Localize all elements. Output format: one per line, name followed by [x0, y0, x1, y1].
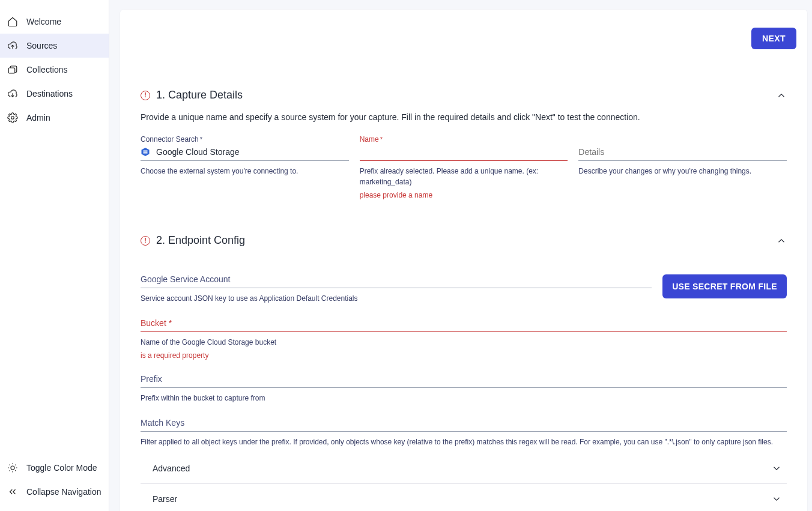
- prefix-help: Prefix within the bucket to capture from: [141, 393, 787, 404]
- advanced-accordion[interactable]: Advanced: [141, 453, 787, 484]
- sidebar-item-sources[interactable]: Sources: [0, 34, 109, 58]
- name-help: Prefix already selected. Please add a un…: [360, 166, 568, 187]
- section-title: 1. Capture Details: [156, 89, 243, 101]
- parser-label: Parser: [153, 494, 177, 504]
- next-button[interactable]: NEXT: [751, 28, 796, 49]
- sun-icon: [7, 462, 18, 473]
- parser-accordion[interactable]: Parser: [141, 484, 787, 511]
- home-icon: [7, 16, 18, 27]
- sidebar-item-label: Welcome: [26, 17, 61, 26]
- collapse-navigation[interactable]: Collapse Navigation: [0, 480, 109, 504]
- sidebar-item-label: Collections: [26, 65, 67, 74]
- connector-search-input[interactable]: Google Cloud Storage: [141, 145, 349, 161]
- warning-icon: !: [141, 236, 150, 246]
- sidebar-bottom: Toggle Color Mode Collapse Navigation: [0, 456, 109, 511]
- bucket-error: is a required property: [141, 351, 787, 360]
- section-description: Provide a unique name and specify a sour…: [141, 112, 787, 122]
- sidebar-item-label: Destinations: [26, 89, 73, 98]
- service-account-label: Google Service Account: [141, 274, 652, 284]
- sidebar-item-destinations[interactable]: Destinations: [0, 82, 109, 106]
- cloud-up-icon: [7, 40, 18, 51]
- toggle-color-mode[interactable]: Toggle Color Mode: [0, 456, 109, 480]
- top-bar: NEXT: [120, 10, 807, 54]
- service-account-field: Google Service Account Service account J…: [141, 274, 787, 304]
- prefix-field: Prefix Prefix within the bucket to captu…: [141, 374, 787, 404]
- gear-icon: [7, 112, 18, 123]
- sidebar-item-welcome[interactable]: Welcome: [0, 10, 109, 34]
- connector-search-field: Connector Search* Google Cloud Storage C…: [141, 135, 349, 199]
- prefix-input[interactable]: Prefix: [141, 374, 787, 388]
- advanced-label: Advanced: [153, 464, 190, 473]
- details-field: . Describe your changes or why you're ch…: [578, 135, 787, 199]
- collapse-nav-label: Collapse Navigation: [26, 487, 102, 497]
- name-field: Name* Prefix already selected. Please ad…: [360, 135, 568, 199]
- chevron-up-icon[interactable]: [776, 90, 787, 101]
- bucket-label: Bucket *: [141, 318, 787, 328]
- chevron-up-icon[interactable]: [776, 235, 787, 246]
- match-keys-label: Match Keys: [141, 418, 787, 428]
- sidebar: Welcome Sources Collections Destinations…: [0, 0, 109, 511]
- chevron-double-left-icon: [7, 486, 18, 497]
- bucket-field: Bucket * Name of the Google Cloud Storag…: [141, 318, 787, 360]
- main-panel: NEXT ! 1. Capture Details Provide a uniq…: [120, 10, 807, 511]
- sidebar-item-label: Admin: [26, 113, 50, 122]
- connector-search-label: Connector Search*: [141, 135, 349, 144]
- chevron-down-icon: [771, 494, 782, 504]
- sidebar-item-label: Sources: [26, 41, 57, 50]
- sidebar-item-admin[interactable]: Admin: [0, 106, 109, 130]
- details-help: Describe your changes or why you're chan…: [578, 166, 787, 177]
- gcs-icon: [141, 147, 150, 157]
- chevron-down-icon: [771, 463, 782, 474]
- cloud-down-icon: [7, 88, 18, 99]
- section-title: 2. Endpoint Config: [156, 234, 245, 247]
- svg-point-1: [11, 116, 14, 119]
- match-keys-input[interactable]: Match Keys: [141, 418, 787, 432]
- sidebar-item-collections[interactable]: Collections: [0, 58, 109, 82]
- use-secret-from-file-button[interactable]: USE SECRET FROM FILE: [662, 274, 787, 298]
- prefix-label: Prefix: [141, 374, 787, 384]
- bucket-input[interactable]: Bucket *: [141, 318, 787, 332]
- svg-rect-5: [144, 153, 148, 154]
- details-input[interactable]: [578, 145, 787, 161]
- svg-rect-0: [8, 68, 15, 73]
- connector-value: Google Cloud Storage: [156, 147, 240, 157]
- name-error: please provide a name: [360, 191, 568, 199]
- section-header-endpoint-config[interactable]: ! 2. Endpoint Config: [141, 234, 787, 247]
- connector-help: Choose the external system you're connec…: [141, 166, 349, 177]
- section-header-capture-details[interactable]: ! 1. Capture Details: [141, 89, 787, 101]
- service-account-input[interactable]: Google Service Account: [141, 274, 652, 288]
- svg-rect-4: [144, 151, 148, 152]
- match-keys-help: Filter applied to all object keys under …: [141, 437, 787, 447]
- warning-icon: !: [141, 91, 150, 100]
- toggle-color-label: Toggle Color Mode: [26, 463, 97, 473]
- svg-point-2: [11, 466, 14, 470]
- sidebar-top: Welcome Sources Collections Destinations…: [0, 0, 109, 456]
- name-input[interactable]: [360, 145, 568, 161]
- content: ! 1. Capture Details Provide a unique na…: [120, 54, 807, 511]
- name-label: Name*: [360, 135, 568, 144]
- service-account-help: Service account JSON key to use as Appli…: [141, 293, 652, 304]
- bucket-help: Name of the Google Cloud Storage bucket: [141, 337, 787, 348]
- match-keys-field: Match Keys Filter applied to all object …: [141, 418, 787, 447]
- collection-icon: [7, 64, 18, 75]
- svg-marker-3: [142, 148, 150, 156]
